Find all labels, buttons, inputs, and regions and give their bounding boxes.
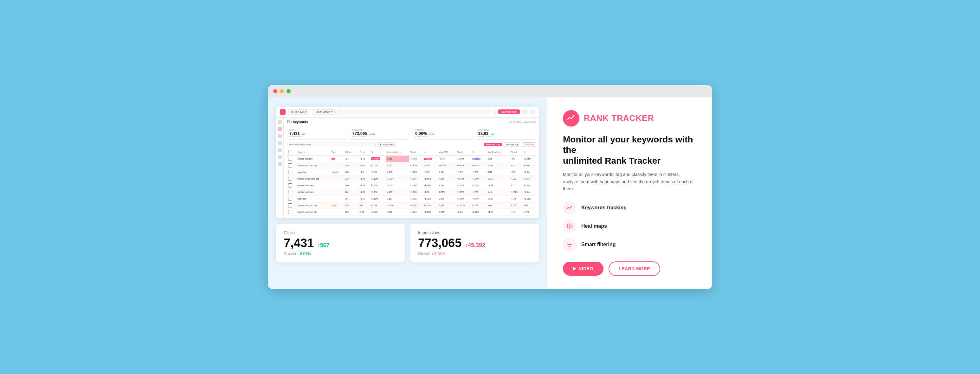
clicks-pct-cell: +1.2% — [370, 202, 386, 209]
imp-cell: 3,567 — [386, 195, 409, 202]
clicks-trend-cell: +1.15 — [358, 195, 369, 202]
pos-pct-cell: -1.3% — [522, 209, 536, 216]
stat-ctr-value: 0,96% ↑0.02% — [415, 131, 471, 136]
row-checkbox[interactable] — [288, 177, 292, 181]
clicks-pct-cell: +1.12% — [370, 176, 386, 182]
stat-clicks: Clicks 7,431 ↑587 Growth ↑6.04% — [287, 127, 347, 139]
th-ctr: Avg CTR ↕ — [438, 149, 456, 156]
query-cell[interactable]: website audit seo — [296, 189, 331, 195]
minimize-dot[interactable] — [280, 89, 284, 93]
brand-header: RANK TRACKER — [563, 110, 696, 126]
stat-position-change: ↑1.21 — [490, 133, 495, 135]
pos-cell: 6.45 — [487, 189, 510, 195]
maximize-dot[interactable] — [286, 89, 291, 93]
sidebar-icon-settings[interactable] — [278, 148, 282, 152]
left-panel: SEO Alive ▾ Exact Match ▾ Upgrade plan — [268, 97, 547, 289]
row-checkbox[interactable] — [288, 190, 292, 194]
imp-cell: 4,886 — [386, 209, 409, 216]
export-button[interactable]: ⬇ Export — [523, 142, 536, 147]
clicks-trend-cell: +1.83 — [358, 189, 369, 195]
imp-pct-cell: +0.8% — [423, 169, 438, 176]
query-cell[interactable]: what is link building seo — [296, 176, 331, 182]
row-checkbox[interactable] — [288, 170, 292, 174]
sidebar-icon-search[interactable] — [278, 134, 282, 138]
imp-cell: 23,527 — [386, 182, 409, 189]
close-dot[interactable] — [273, 89, 277, 93]
table-row: nqipe seo bunch 405 +1.8 +1.8% 4,678 +1.… — [287, 169, 536, 176]
imp-pct-cell: +1.56% — [423, 176, 438, 182]
table-row: nqipe seo 264 +1.15 +1.10% 3,567 +1,110 … — [287, 195, 536, 202]
query-cell[interactable]: nqipe seo — [296, 195, 331, 202]
pos-cell: 14.54 — [487, 182, 510, 189]
sidebar-icon-tag[interactable] — [278, 155, 282, 159]
top-search[interactable] — [338, 109, 496, 115]
main-description: Monitor all your keywords, tag and class… — [563, 171, 696, 192]
tag-cell — [330, 189, 344, 195]
sidebar-icon-alert[interactable] — [278, 162, 282, 166]
select-all-checkbox[interactable] — [288, 150, 292, 154]
imp-pct-cell: +1.12% — [423, 202, 438, 209]
query-cell[interactable]: shapes plan.seo — [296, 155, 331, 162]
imp-pct-cell: +1.35% — [423, 209, 438, 216]
ctr-pct-cell: +0.43% — [471, 162, 487, 169]
app-toolbar: ▼ Show filters Heatmap view Manage tags … — [287, 142, 536, 147]
table-row: shapes plan.seo ■ 781 +1.45 +1.45% 7,455… — [287, 155, 536, 162]
trending-brand-icon — [567, 114, 576, 123]
row-checkbox[interactable] — [288, 163, 292, 168]
imp-trend-cell: +1.83% — [409, 162, 423, 169]
ctr-trend-cell: +1.40% — [456, 155, 471, 162]
imp-cell: 4,678 — [386, 169, 409, 176]
ctr-pct-cell: +1.8% — [471, 169, 487, 176]
seo-alive-filter[interactable]: SEO Alive ▾ — [288, 109, 309, 115]
pos-cell: 16.50 — [487, 195, 510, 202]
pos-trend-cell: +1.680 — [510, 189, 523, 195]
query-cell[interactable]: shapes audit seo site — [296, 209, 331, 216]
browser-content: SEO Alive ▾ Exact Match ▾ Upgrade plan — [268, 97, 712, 289]
row-checkbox[interactable] — [288, 183, 292, 187]
app-topbar: SEO Alive ▾ Exact Match ▾ Upgrade plan — [276, 107, 539, 118]
stat-impressions-label: Impressions — [352, 129, 408, 131]
filter-icon — [566, 241, 573, 248]
stat-clicks-growth: Growth ↑6.04% — [290, 136, 345, 137]
video-button[interactable]: VIDEO — [563, 262, 603, 276]
ctr-cell: 4.6% — [438, 176, 456, 182]
row-checkbox[interactable] — [288, 157, 292, 161]
keywords-tracking-label: Keywords tracking — [581, 205, 627, 211]
notification-icon[interactable] — [522, 109, 528, 115]
query-cell[interactable]: nqipe seo — [296, 169, 331, 176]
query-cell[interactable]: shapes audit seo site — [296, 202, 331, 209]
learn-more-button[interactable]: LEARN MORE — [609, 261, 660, 276]
th-impressions: Impressions ↕ — [386, 149, 409, 156]
imp-trend-cell: +4,102 — [409, 202, 423, 209]
query-cell[interactable]: website audit seo — [296, 182, 331, 189]
imp-trend-cell: +1,803 — [409, 189, 423, 195]
th-clicks-pct: % — [370, 149, 386, 156]
heatmap-view-button[interactable]: Heatmap view — [484, 143, 502, 146]
clicks-trend-cell: +1.38 — [358, 176, 369, 182]
sidebar-icon-chart[interactable] — [278, 127, 282, 131]
show-filters-button[interactable]: ▼ Show filters — [377, 142, 396, 147]
smart-filtering-icon-wrap — [563, 238, 576, 251]
table-row: shapes audit seo site blog 163 +12 +1.2%… — [287, 202, 536, 209]
stat-ctr: Avg CTR 0,96% ↑0.02% Growth ↑6.04% — [413, 127, 473, 139]
query-search-input[interactable] — [287, 142, 375, 147]
ctr-pct-cell: -1.45% — [471, 209, 487, 216]
exact-match-filter[interactable]: Exact Match ▾ — [312, 109, 336, 115]
row-checkbox[interactable] — [288, 203, 292, 208]
manage-tags-button[interactable]: Manage tags — [504, 142, 521, 147]
sidebar-icon-home[interactable] — [278, 120, 282, 124]
sidebar-icon-list[interactable] — [278, 141, 282, 145]
user-icon[interactable] — [530, 109, 535, 115]
pos-cell: 4076 — [487, 169, 510, 176]
ctr-trend-cell: +1.125% — [456, 202, 471, 209]
query-cell[interactable]: shapes audit seo site — [296, 162, 331, 169]
ctr-cell: 3.6% — [438, 195, 456, 202]
stat-position-value: 38,92 ↑1.21 — [478, 131, 534, 136]
pos-cell: 13.12 — [487, 176, 510, 182]
upgrade-button[interactable]: Upgrade plan — [498, 109, 520, 114]
row-checkbox[interactable] — [288, 197, 292, 201]
stat-ctr-label: Avg CTR — [415, 129, 471, 131]
row-checkbox[interactable] — [288, 210, 292, 214]
section-title: Top keywords — [287, 120, 308, 124]
th-query: Query ↕ — [296, 149, 331, 156]
